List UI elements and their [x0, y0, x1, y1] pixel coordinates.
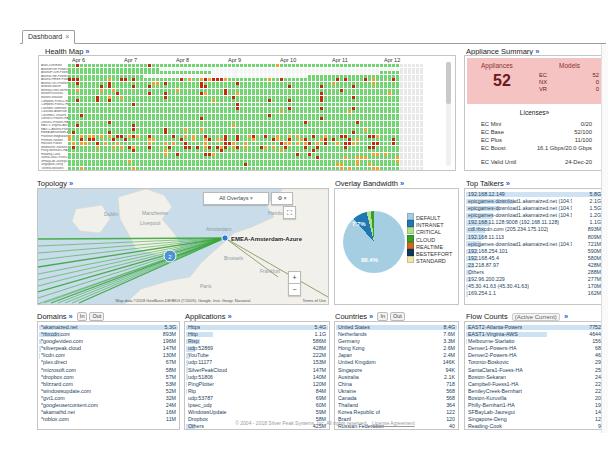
health-cell[interactable] [372, 114, 375, 117]
health-cell[interactable] [192, 107, 195, 110]
health-cell[interactable] [108, 156, 111, 159]
health-cell[interactable] [76, 135, 79, 138]
health-cell[interactable] [324, 82, 327, 85]
health-cell[interactable] [164, 78, 167, 81]
health-cell[interactable] [140, 103, 143, 106]
health-cell[interactable] [240, 96, 243, 99]
health-cell[interactable] [264, 78, 267, 81]
health-cell[interactable] [284, 138, 287, 141]
health-cell[interactable] [360, 114, 363, 117]
health-cell[interactable] [244, 146, 247, 149]
health-cell[interactable] [248, 128, 251, 131]
health-cell[interactable] [176, 114, 179, 117]
health-cell[interactable] [340, 124, 343, 127]
health-cell[interactable] [256, 149, 259, 152]
health-cell[interactable] [116, 71, 119, 74]
health-cell[interactable] [232, 68, 235, 71]
health-cell[interactable] [376, 163, 379, 166]
list-item[interactable]: 58M*microsoft.com [38, 367, 179, 374]
health-cell[interactable] [328, 68, 331, 71]
health-cell[interactable] [196, 135, 199, 138]
health-cell[interactable] [196, 64, 199, 67]
health-cell[interactable] [84, 114, 87, 117]
health-cell[interactable] [396, 135, 399, 138]
health-cell[interactable] [416, 75, 419, 78]
health-cell[interactable] [212, 142, 215, 145]
health-cell[interactable] [276, 71, 279, 74]
health-cell[interactable] [324, 149, 327, 152]
health-cell[interactable] [192, 68, 195, 71]
health-cell[interactable] [404, 103, 407, 106]
health-cell[interactable] [308, 167, 311, 170]
health-cell[interactable] [84, 163, 87, 166]
health-cell[interactable] [364, 160, 367, 163]
health-cell[interactable] [148, 103, 151, 106]
health-cell[interactable] [292, 121, 295, 124]
health-cell[interactable] [292, 153, 295, 156]
health-cell[interactable] [260, 149, 263, 152]
health-cell[interactable] [216, 128, 219, 131]
health-cell[interactable] [132, 146, 135, 149]
health-cell[interactable] [356, 167, 359, 170]
health-cell[interactable] [380, 103, 383, 106]
health-cell[interactable] [324, 156, 327, 159]
health-cell[interactable] [372, 107, 375, 110]
health-cell[interactable] [220, 138, 223, 141]
health-cell[interactable] [160, 103, 163, 106]
health-cell[interactable] [108, 135, 111, 138]
health-cell[interactable] [120, 103, 123, 106]
health-cell[interactable] [172, 78, 175, 81]
health-cell[interactable] [260, 78, 263, 81]
health-cell[interactable] [232, 142, 235, 145]
health-cell[interactable] [252, 92, 255, 95]
health-cell[interactable] [96, 71, 99, 74]
health-cell[interactable] [192, 92, 195, 95]
health-cell[interactable] [400, 160, 403, 163]
health-cell[interactable] [248, 131, 251, 134]
health-cell[interactable] [176, 163, 179, 166]
health-cell[interactable] [72, 107, 75, 110]
health-cell[interactable] [312, 82, 315, 85]
health-cell[interactable] [400, 75, 403, 78]
health-cell[interactable] [208, 89, 211, 92]
health-cell[interactable] [244, 107, 247, 110]
health-cell[interactable] [180, 131, 183, 134]
health-cell[interactable] [140, 114, 143, 117]
health-cell[interactable] [144, 121, 147, 124]
health-cell[interactable] [76, 167, 79, 170]
health-cell[interactable] [232, 146, 235, 149]
health-cell[interactable] [276, 121, 279, 124]
health-cell[interactable] [240, 99, 243, 102]
health-cell[interactable] [128, 99, 131, 102]
health-cell[interactable] [104, 117, 107, 120]
list-item[interactable]: 3.3MGermany [335, 338, 458, 345]
health-cell[interactable] [356, 110, 359, 113]
health-cell[interactable] [264, 153, 267, 156]
health-cell[interactable] [68, 75, 71, 78]
list-item[interactable]: 590M192.168.254.101 [465, 248, 604, 255]
health-cell[interactable] [372, 117, 375, 120]
health-cell[interactable] [328, 128, 331, 131]
health-cell[interactable] [72, 82, 75, 85]
health-cell[interactable] [276, 156, 279, 159]
health-cell[interactable] [204, 124, 207, 127]
health-cell[interactable] [284, 99, 287, 102]
health-cell[interactable] [412, 153, 415, 156]
health-cell[interactable] [332, 99, 335, 102]
health-cell[interactable] [344, 99, 347, 102]
health-cell[interactable] [324, 71, 327, 74]
health-cell[interactable] [80, 117, 83, 120]
health-cell[interactable] [268, 160, 271, 163]
health-cell[interactable] [180, 82, 183, 85]
health-cell[interactable] [300, 89, 303, 92]
health-cell[interactable] [260, 103, 263, 106]
health-cell[interactable] [216, 117, 219, 120]
health-cell[interactable] [92, 96, 95, 99]
health-cell[interactable] [164, 121, 167, 124]
health-cell[interactable] [396, 160, 399, 163]
health-cell[interactable] [216, 82, 219, 85]
health-cell[interactable] [224, 135, 227, 138]
health-cell[interactable] [88, 142, 91, 145]
health-cell[interactable] [84, 103, 87, 106]
health-cell[interactable] [116, 153, 119, 156]
